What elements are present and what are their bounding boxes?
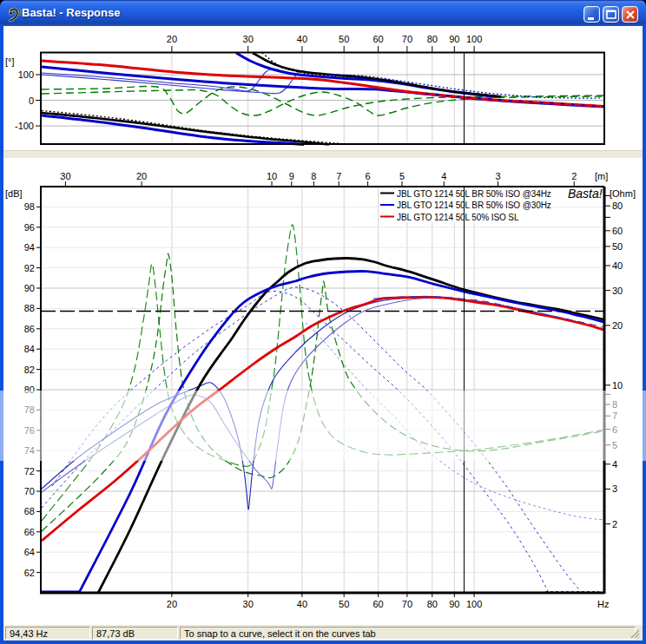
svg-text:40: 40 [297,34,307,44]
svg-text:98: 98 [24,201,35,212]
svg-text:82: 82 [24,365,35,375]
svg-text:100: 100 [466,34,482,44]
svg-text:20: 20 [167,34,177,44]
svg-text:8: 8 [311,171,316,181]
svg-text:Basta!: Basta! [568,187,603,200]
svg-text:[°]: [°] [5,56,15,67]
svg-text:96: 96 [24,222,35,233]
svg-text:0: 0 [29,95,34,106]
svg-text:JBL GTO 1214 50L 50% ISO SL: JBL GTO 1214 50L 50% ISO SL [397,213,519,222]
svg-text:88: 88 [24,303,35,313]
svg-text:6: 6 [366,171,371,181]
svg-text:Hz: Hz [597,599,609,609]
svg-text:30: 30 [612,286,623,296]
svg-text:72: 72 [24,466,35,476]
svg-text:20: 20 [612,320,623,331]
svg-text:40: 40 [612,260,623,271]
svg-text:30: 30 [243,599,254,609]
svg-text:5: 5 [399,171,405,181]
svg-text:62: 62 [24,568,35,578]
svg-text:60: 60 [372,34,383,44]
svg-text:4: 4 [441,171,446,181]
svg-text:90: 90 [24,283,35,293]
svg-text:10: 10 [267,171,277,181]
svg-text:100: 100 [18,69,34,80]
svg-text:64: 64 [24,547,35,557]
svg-text:50: 50 [339,34,349,44]
svg-text:90: 90 [449,599,459,609]
svg-text:-100: -100 [15,121,34,131]
svg-text:80: 80 [612,200,623,211]
svg-text:3: 3 [612,483,617,494]
svg-text:JBL GTO 1214 50L BR 50% ISO @3: JBL GTO 1214 50L BR 50% ISO @34Hz [397,189,551,199]
svg-text:30: 30 [60,171,70,181]
svg-text:2: 2 [571,171,577,181]
svg-text:94: 94 [24,242,35,253]
svg-text:80: 80 [427,599,438,609]
svg-text:60: 60 [372,599,383,609]
svg-text:[Ohm]: [Ohm] [610,188,636,199]
svg-text:70: 70 [24,486,35,496]
svg-text:70: 70 [402,34,412,44]
svg-text:50: 50 [339,599,349,609]
svg-text:[m]: [m] [595,171,608,181]
svg-text:9: 9 [289,171,294,181]
svg-text:92: 92 [24,263,35,273]
svg-text:84: 84 [24,344,35,354]
svg-text:80: 80 [427,34,438,44]
svg-text:JBL GTO 1214 50L BR 50% ISO @3: JBL GTO 1214 50L BR 50% ISO @30Hz [397,200,551,210]
svg-text:20: 20 [167,599,177,609]
svg-text:86: 86 [24,324,35,334]
svg-text:30: 30 [243,34,254,44]
svg-text:3: 3 [495,171,500,181]
svg-text:100: 100 [466,599,482,609]
svg-text:70: 70 [402,599,412,609]
svg-text:68: 68 [24,506,35,516]
svg-text:90: 90 [449,34,459,44]
svg-text:10: 10 [612,380,623,391]
svg-text:7: 7 [336,171,341,181]
svg-text:20: 20 [136,171,147,181]
svg-text:50: 50 [612,241,623,252]
svg-text:40: 40 [297,599,307,609]
svg-text:60: 60 [612,226,623,236]
svg-text:[dB]: [dB] [5,188,23,199]
svg-text:2: 2 [612,519,617,529]
svg-text:66: 66 [24,527,35,537]
